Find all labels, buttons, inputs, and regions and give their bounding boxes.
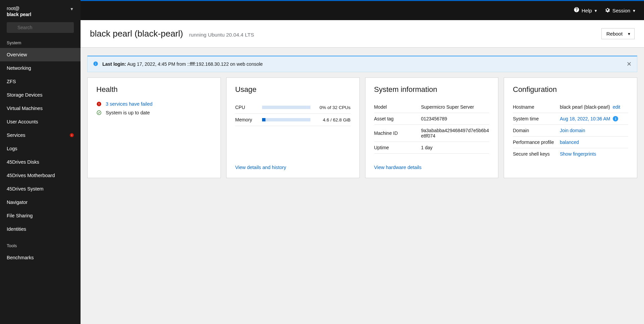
edit-link[interactable]: edit — [613, 104, 621, 110]
nav-section-system: System — [0, 37, 81, 48]
info-icon[interactable]: i — [613, 116, 618, 121]
caret-down-icon: ▼ — [632, 9, 636, 13]
sidebar-item-user-accounts[interactable]: User Accounts — [0, 115, 81, 128]
cpu-usage-bar — [262, 106, 310, 109]
warning-badge-icon — [70, 133, 74, 137]
sysinfo-row: Uptime1 day — [374, 142, 490, 154]
sidebar-item-services[interactable]: Services — [0, 128, 81, 142]
config-link[interactable]: Join domain — [560, 128, 585, 133]
sidebar: root@ black pearl ▼ System OverviewNetwo… — [0, 0, 81, 324]
sidebar-hostname: black pearl — [7, 11, 31, 17]
sidebar-item-overview[interactable]: Overview — [0, 48, 81, 61]
mem-usage-bar — [262, 118, 310, 121]
page-title: black pearl (black-pearl) — [90, 29, 183, 39]
sidebar-item-45drives-disks[interactable]: 45Drives Disks — [0, 155, 81, 169]
services-failed-link[interactable]: 3 services have failed — [106, 101, 152, 107]
card-title-config: Configuration — [513, 85, 628, 94]
sidebar-item-logs[interactable]: Logs — [0, 142, 81, 155]
sysinfo-row: Asset tag0123456789 — [374, 113, 490, 125]
config-row: Hostnameblack pearl (black-pearl)edit — [513, 101, 628, 113]
sidebar-item-45drives-system[interactable]: 45Drives System — [0, 182, 81, 196]
alert-label: Last login: — [102, 61, 126, 67]
card-sysinfo: System information ModelSupermicro Super… — [365, 77, 499, 178]
usage-mem-label: Memory — [235, 117, 259, 122]
sidebar-item-identities[interactable]: Identities — [0, 222, 81, 236]
nav-section-tools: Tools — [0, 240, 81, 251]
sidebar-item-navigator[interactable]: Navigator — [0, 196, 81, 209]
config-row: DomainJoin domain — [513, 125, 628, 137]
error-icon — [96, 101, 102, 107]
card-health: Health 3 services have failed — [87, 77, 221, 178]
info-icon — [93, 61, 98, 67]
config-row: Performance profilebalanced — [513, 137, 628, 148]
sidebar-item-storage-devices[interactable]: Storage Devices — [0, 88, 81, 102]
card-title-sysinfo: System information — [374, 85, 490, 94]
usage-cpu-value: 0% of 32 CPUs — [314, 105, 351, 110]
sidebar-item-benchmarks[interactable]: Benchmarks — [0, 251, 81, 264]
sidebar-item-virtual-machines[interactable]: Virtual Machines — [0, 102, 81, 115]
config-link[interactable]: Aug 18, 2022, 10:36 AM — [560, 116, 610, 121]
topbar: Help ▼ Session ▼ — [81, 0, 644, 20]
sidebar-item-zfs[interactable]: ZFS — [0, 75, 81, 88]
sidebar-host-selector[interactable]: root@ black pearl ▼ — [0, 0, 81, 22]
sidebar-item-networking[interactable]: Networking — [0, 61, 81, 75]
sysinfo-row: Machine ID9a3ababba429468497d7e5b6b4e8f0… — [374, 125, 490, 142]
hardware-details-link[interactable]: View hardware details — [374, 165, 422, 170]
sidebar-item-45drives-motherboard[interactable]: 45Drives Motherboard — [0, 169, 81, 182]
help-icon — [574, 7, 580, 14]
page-header: black pearl (black-pearl) running Ubuntu… — [81, 20, 644, 48]
help-button[interactable]: Help ▼ — [574, 7, 598, 14]
chevron-down-icon[interactable]: ▼ — [70, 7, 74, 11]
reboot-button[interactable]: Reboot ▼ — [601, 28, 635, 39]
config-row: Secure shell keysShow fingerprints — [513, 148, 628, 160]
card-title-health: Health — [96, 85, 212, 94]
config-row: System timeAug 18, 2022, 10:36 AMi — [513, 113, 628, 125]
last-login-alert: Last login: Aug 17, 2022, 4:45 PM from :… — [87, 56, 637, 72]
caret-down-icon: ▼ — [627, 32, 631, 36]
system-uptodate: System is up to date — [106, 110, 150, 115]
page-subtitle: running Ubuntu 20.04.4 LTS — [189, 32, 254, 38]
check-icon — [96, 110, 102, 115]
card-config: Configuration Hostnameblack pearl (black… — [504, 77, 637, 178]
caret-down-icon: ▼ — [594, 9, 598, 13]
close-icon[interactable]: ✕ — [627, 60, 632, 68]
usage-details-link[interactable]: View details and history — [235, 165, 286, 170]
sysinfo-row: ModelSupermicro Super Server — [374, 101, 490, 113]
card-title-usage: Usage — [235, 85, 351, 94]
session-button[interactable]: Session ▼ — [604, 7, 636, 14]
config-link[interactable]: Show fingerprints — [560, 151, 596, 157]
search-input[interactable] — [7, 22, 74, 33]
gear-icon — [604, 7, 610, 14]
sidebar-user: root@ — [7, 5, 31, 11]
sidebar-item-file-sharing[interactable]: File Sharing — [0, 209, 81, 222]
usage-mem-value: 4.6 / 62.8 GiB — [314, 117, 351, 122]
alert-text: Aug 17, 2022, 4:45 PM from ::ffff:192.16… — [126, 61, 263, 67]
usage-cpu-label: CPU — [235, 105, 259, 110]
config-link[interactable]: balanced — [560, 140, 579, 145]
card-usage: Usage CPU 0% of 32 CPUs Memory 4.6 / 62.… — [226, 77, 360, 178]
